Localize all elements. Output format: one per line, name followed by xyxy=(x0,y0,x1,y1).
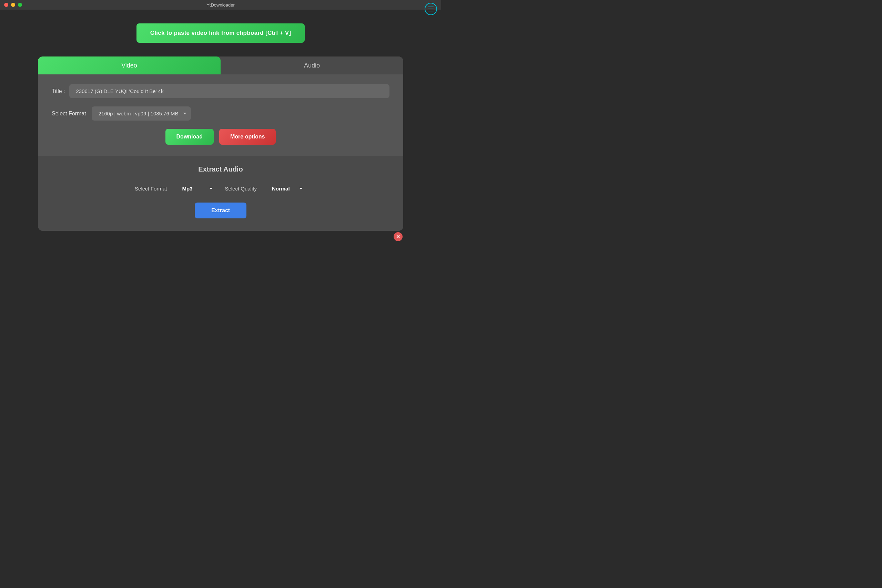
video-section: Title : Select Format 2160p | webm | vp0… xyxy=(38,74,403,156)
extract-quality-select[interactable]: Normal xyxy=(265,182,307,196)
format-row: Select Format 2160p | webm | vp09 | 1085… xyxy=(52,106,389,120)
download-button[interactable]: Download xyxy=(165,129,214,145)
hamburger-icon xyxy=(428,6,434,11)
tab-audio[interactable]: Audio xyxy=(221,57,403,74)
tabs: Video Audio xyxy=(38,57,403,74)
menu-button[interactable] xyxy=(425,3,437,15)
extract-button[interactable]: Extract xyxy=(195,202,246,218)
maximize-traffic-light[interactable] xyxy=(18,3,22,7)
minimize-traffic-light[interactable] xyxy=(11,3,15,7)
extract-btn-row: Extract xyxy=(52,202,389,218)
action-row: Download More options xyxy=(52,129,389,145)
tab-video[interactable]: Video xyxy=(38,57,221,74)
more-options-button[interactable]: More options xyxy=(219,129,276,145)
format-label: Select Format xyxy=(52,111,86,117)
extract-section: Extract Audio Select Format Mp3 Select Q… xyxy=(38,156,403,231)
close-icon: ✕ xyxy=(396,234,400,239)
extract-format-row: Select Format Mp3 Select Quality Normal xyxy=(52,182,389,196)
extract-quality-label: Select Quality xyxy=(225,186,257,192)
format-select[interactable]: 2160p | webm | vp09 | 1085.76 MB xyxy=(92,106,191,120)
paste-area: Click to paste video link from clipboard… xyxy=(0,23,441,43)
extract-format-label: Select Format xyxy=(135,186,167,192)
title-bar: YtDownloader xyxy=(0,0,441,10)
traffic-lights xyxy=(4,3,22,7)
title-input[interactable] xyxy=(69,84,389,98)
app-title: YtDownloader xyxy=(206,2,235,8)
extract-format-select[interactable]: Mp3 xyxy=(175,182,216,196)
extract-title: Extract Audio xyxy=(52,165,389,173)
close-bottom-button[interactable]: ✕ xyxy=(394,232,403,241)
title-label: Title : xyxy=(52,88,65,94)
close-traffic-light[interactable] xyxy=(4,3,8,7)
paste-button[interactable]: Click to paste video link from clipboard… xyxy=(137,23,305,43)
main-card: Video Audio Title : Select Format 2160p … xyxy=(38,57,403,231)
title-row: Title : xyxy=(52,84,389,98)
